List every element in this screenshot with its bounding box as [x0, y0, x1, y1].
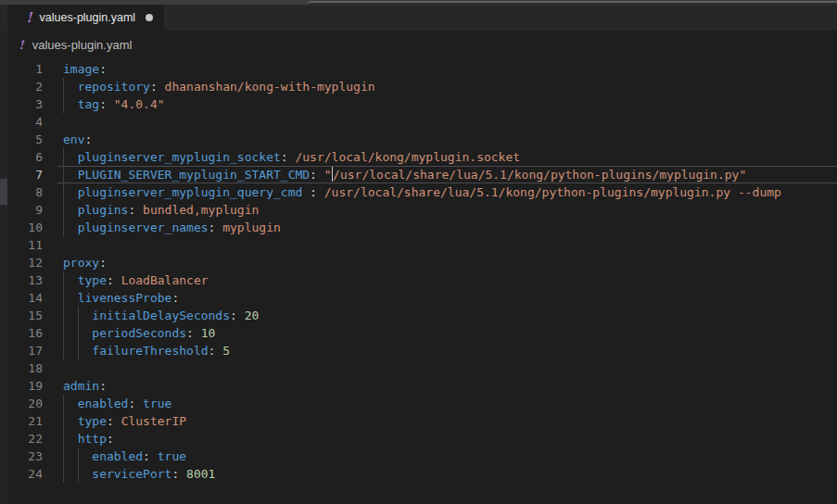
token-p — [63, 80, 78, 94]
code-line-12[interactable]: 12proxy: — [0, 254, 837, 271]
code-line-18[interactable]: 18 — [0, 359, 837, 377]
token-p — [63, 397, 78, 410]
token-p: : — [99, 62, 107, 76]
code-editor[interactable]: 1image:2 repository: dhananshan/kong-wit… — [0, 60, 837, 483]
token-key: pluginserver_myplugin_query_cmd — [78, 185, 303, 199]
token-str: bundled,myplugin — [143, 203, 259, 217]
line-text: failureThreshold: 5 — [63, 342, 230, 359]
token-str: /usr/local/kong/myplugin.socket — [295, 150, 520, 164]
token-p: : — [128, 397, 143, 410]
token-p — [63, 185, 78, 199]
code-line-23[interactable]: 23 enabled: true — [0, 447, 837, 465]
token-p — [63, 220, 78, 234]
code-line-7[interactable]: 7 PLUGIN_SERVER_myplugin_START_CMD: "/us… — [0, 166, 837, 183]
token-key: enabled — [92, 449, 143, 463]
token-key: tag — [78, 97, 99, 111]
code-line-2[interactable]: 2 repository: dhananshan/kong-with-myplu… — [0, 78, 837, 95]
token-key: plugins — [78, 203, 129, 217]
token-key: pluginserver_names — [78, 220, 209, 234]
code-line-4[interactable]: 4 — [0, 113, 837, 131]
code-line-1[interactable]: 1image: — [0, 60, 837, 78]
token-p — [63, 150, 78, 164]
token-p: : — [107, 414, 121, 428]
line-text: livenessProbe: — [63, 289, 179, 307]
token-key: livenessProbe — [78, 291, 172, 305]
code-line-19[interactable]: 19admin: — [0, 377, 837, 395]
token-bool: true — [158, 449, 186, 463]
token-p: : — [150, 80, 165, 94]
modified-indicator-dot[interactable] — [146, 14, 153, 21]
token-p — [63, 97, 78, 111]
line-text: env: — [63, 131, 92, 148]
token-key: type — [78, 414, 107, 428]
code-line-20[interactable]: 20 enabled: true — [0, 395, 837, 412]
token-key: admin — [63, 379, 99, 393]
code-line-9[interactable]: 9 plugins: bundled,myplugin — [0, 201, 837, 219]
yaml-file-icon: ! — [26, 11, 32, 25]
line-text: initialDelaySeconds: 20 — [63, 307, 259, 324]
token-p: : — [171, 291, 179, 305]
code-line-13[interactable]: 13 type: LoadBalancer — [0, 271, 837, 289]
line-text: tag: "4.0.4" — [63, 95, 165, 113]
editor-tab-bar: ! values-plugin.yaml — [0, 5, 837, 31]
token-p: : — [281, 150, 296, 164]
code-line-6[interactable]: 6 pluginserver_myplugin_socket: /usr/loc… — [0, 148, 837, 166]
line-text: periodSeconds: 10 — [63, 324, 215, 342]
token-key: proxy — [63, 256, 99, 270]
code-line-10[interactable]: 10 pluginserver_names: myplugin — [0, 219, 837, 236]
vscode-window: ! values-plugin.yaml ! values-plugin.yam… — [0, 0, 837, 504]
token-p: : — [186, 326, 201, 340]
line-text: enabled: true — [63, 395, 171, 412]
token-key: type — [78, 273, 107, 287]
token-key: enabled — [78, 397, 129, 410]
token-str: myplugin — [222, 220, 281, 234]
token-key: http — [78, 432, 107, 446]
token-str: LoadBalancer — [121, 273, 209, 287]
left-scrollbar-thumb[interactable] — [0, 179, 7, 205]
token-p: : — [230, 309, 245, 322]
code-line-22[interactable]: 22 http: — [0, 430, 837, 447]
token-str: "4.0.4" — [114, 97, 165, 111]
token-p: : — [107, 432, 114, 446]
code-line-14[interactable]: 14 livenessProbe: — [0, 289, 837, 307]
token-p: : — [84, 132, 92, 146]
breadcrumb[interactable]: ! values-plugin.yaml — [0, 31, 837, 58]
token-num: 20 — [245, 309, 260, 322]
token-p: : — [128, 203, 143, 217]
token-key: failureThreshold — [92, 344, 208, 358]
token-p — [63, 432, 78, 446]
token-p — [63, 326, 92, 340]
token-p: : — [99, 97, 114, 111]
line-text: type: LoadBalancer — [63, 271, 209, 289]
token-p: : — [209, 220, 223, 234]
token-str: /usr/local/share/lua/5.1/kong/python-plu… — [333, 168, 746, 182]
tab-values-plugin-yaml[interactable]: ! values-plugin.yaml — [7, 5, 164, 31]
token-str: ClusterIP — [121, 414, 186, 428]
token-key: repository — [78, 80, 150, 94]
code-line-17[interactable]: 17 failureThreshold: 5 — [0, 342, 837, 359]
yaml-file-icon: ! — [19, 39, 24, 51]
token-key: image — [63, 62, 99, 76]
token-p: : — [99, 379, 107, 393]
left-panel-edge — [0, 31, 7, 504]
token-p: : — [209, 344, 223, 358]
line-text: image: — [63, 60, 107, 78]
code-line-21[interactable]: 21 type: ClusterIP — [0, 412, 837, 430]
token-p — [63, 344, 92, 358]
code-line-24[interactable]: 24 servicePort: 8001 — [0, 465, 837, 483]
token-num: 8001 — [186, 467, 215, 481]
token-p — [63, 467, 92, 481]
code-line-3[interactable]: 3 tag: "4.0.4" — [0, 95, 837, 113]
line-text: pluginserver_names: myplugin — [63, 219, 281, 236]
line-text: pluginserver_myplugin_query_cmd : /usr/l… — [63, 183, 781, 201]
code-line-15[interactable]: 15 initialDelaySeconds: 20 — [0, 307, 837, 324]
code-line-11[interactable]: 11 — [0, 236, 837, 254]
token-p: : — [171, 467, 186, 481]
code-line-8[interactable]: 8 pluginserver_myplugin_query_cmd : /usr… — [0, 183, 837, 201]
line-text: PLUGIN_SERVER_myplugin_START_CMD: "/usr/… — [63, 166, 746, 183]
code-line-16[interactable]: 16 periodSeconds: 10 — [0, 324, 837, 342]
token-p — [63, 414, 78, 428]
code-line-5[interactable]: 5env: — [0, 131, 837, 148]
line-text: enabled: true — [63, 447, 186, 465]
tab-label: values-plugin.yaml — [40, 11, 136, 24]
